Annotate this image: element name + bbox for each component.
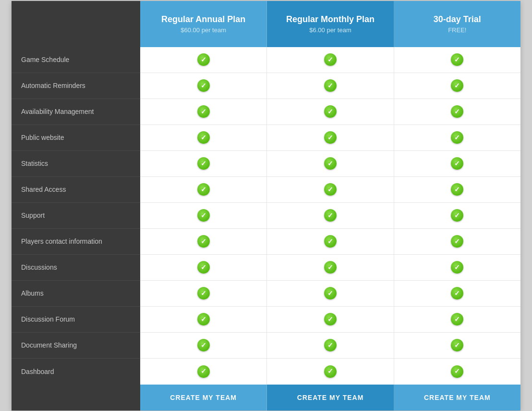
- data-cell-1-0: [140, 73, 267, 99]
- data-cell-10-0: [140, 307, 267, 332]
- feature-label-1: Automatic Reminders: [21, 82, 85, 89]
- feature-label-12: Dashboard: [21, 368, 54, 375]
- features-column: Game ScheduleAutomatic RemindersAvailabi…: [12, 1, 140, 411]
- data-cell-10-1: [267, 307, 394, 332]
- check-icon-0-2: [451, 53, 463, 66]
- feature-row-2: Availability Management: [12, 99, 140, 125]
- data-cell-5-0: [140, 177, 267, 202]
- data-row-6: [140, 203, 520, 229]
- plan-price-2: FREE!: [448, 26, 466, 34]
- data-rows: [140, 47, 520, 385]
- cta-button-1[interactable]: CREATE MY TEAM: [297, 394, 364, 401]
- data-cell-9-1: [267, 281, 394, 306]
- feature-label-10: Discussion Forum: [21, 315, 75, 323]
- data-cell-9-0: [140, 281, 267, 306]
- plan-name-0: Regular Annual Plan: [161, 14, 245, 25]
- data-cell-1-2: [394, 73, 520, 99]
- check-icon-10-2: [451, 313, 463, 325]
- data-row-12: [140, 359, 520, 385]
- check-icon-11-1: [324, 339, 337, 351]
- data-cell-3-1: [267, 125, 394, 150]
- data-cell-7-2: [394, 229, 520, 254]
- feature-row-10: Discussion Forum: [12, 307, 140, 333]
- plans-header-row: Regular Annual Plan$60.00 per teamRegula…: [140, 1, 520, 47]
- feature-row-8: Discussions: [12, 255, 140, 281]
- check-icon-3-1: [324, 131, 337, 144]
- feature-label-7: Players contact information: [21, 237, 102, 245]
- data-cell-7-0: [140, 229, 267, 254]
- check-icon-4-1: [324, 157, 337, 170]
- data-cell-4-1: [267, 151, 394, 176]
- feature-row-0: Game Schedule: [12, 47, 140, 73]
- data-row-3: [140, 125, 520, 151]
- check-icon-12-0: [197, 365, 210, 378]
- data-cell-11-2: [394, 333, 520, 358]
- data-cell-1-1: [267, 73, 394, 99]
- data-cell-4-0: [140, 151, 267, 176]
- feature-label-0: Game Schedule: [21, 56, 69, 63]
- pricing-table: Game ScheduleAutomatic RemindersAvailabi…: [12, 1, 520, 411]
- footer-cell-2: CREATE MY TEAM: [394, 385, 520, 411]
- footer-cell-1: CREATE MY TEAM: [267, 385, 394, 411]
- plan-name-2: 30-day Trial: [434, 14, 481, 25]
- data-cell-9-2: [394, 281, 520, 306]
- check-icon-10-0: [197, 313, 210, 325]
- data-cell-3-2: [394, 125, 520, 150]
- feature-row-11: Document Sharing: [12, 333, 140, 359]
- check-icon-4-2: [451, 157, 463, 170]
- data-cell-8-2: [394, 255, 520, 280]
- data-cell-6-1: [267, 203, 394, 228]
- check-icon-11-0: [197, 339, 210, 351]
- footer-row: CREATE MY TEAMCREATE MY TEAMCREATE MY TE…: [140, 385, 520, 411]
- data-row-2: [140, 99, 520, 125]
- data-cell-2-1: [267, 99, 394, 125]
- feature-label-2: Availability Management: [21, 108, 94, 115]
- feature-label-4: Statistics: [21, 160, 48, 167]
- feature-label-6: Support: [21, 212, 45, 219]
- plan-header-2: 30-day TrialFREE!: [394, 1, 520, 47]
- plan-name-1: Regular Monthly Plan: [286, 14, 375, 25]
- check-icon-5-1: [324, 183, 337, 196]
- feature-row-6: Support: [12, 203, 140, 229]
- data-cell-7-1: [267, 229, 394, 254]
- feature-row-9: Albums: [12, 281, 140, 307]
- check-icon-2-0: [197, 105, 210, 118]
- data-row-10: [140, 307, 520, 333]
- data-cell-8-0: [140, 255, 267, 280]
- check-icon-5-2: [451, 183, 463, 196]
- check-icon-6-0: [197, 209, 210, 222]
- feature-row-7: Players contact information: [12, 229, 140, 255]
- feature-label-9: Albums: [21, 289, 44, 297]
- check-icon-7-2: [451, 235, 463, 248]
- check-icon-0-0: [197, 53, 210, 66]
- check-icon-11-2: [451, 339, 463, 351]
- data-cell-12-0: [140, 359, 267, 385]
- check-icon-1-1: [324, 79, 337, 92]
- data-cell-0-1: [267, 47, 394, 73]
- feature-label-3: Public website: [21, 134, 64, 141]
- check-icon-7-1: [324, 235, 337, 248]
- data-cell-12-2: [394, 359, 520, 385]
- data-cell-4-2: [394, 151, 520, 176]
- footer-cell-0: CREATE MY TEAM: [140, 385, 267, 411]
- check-icon-1-2: [451, 79, 463, 92]
- data-cell-11-0: [140, 333, 267, 358]
- data-cell-6-2: [394, 203, 520, 228]
- check-icon-6-1: [324, 209, 337, 222]
- check-icon-1-0: [197, 79, 210, 92]
- check-icon-10-1: [324, 313, 337, 325]
- data-row-0: [140, 47, 520, 73]
- feature-row-12: Dashboard: [12, 359, 140, 385]
- data-cell-3-0: [140, 125, 267, 150]
- check-icon-4-0: [197, 157, 210, 170]
- data-cell-0-2: [394, 47, 520, 73]
- cta-button-0[interactable]: CREATE MY TEAM: [170, 394, 237, 401]
- cta-button-2[interactable]: CREATE MY TEAM: [424, 394, 491, 401]
- check-icon-9-0: [197, 287, 210, 299]
- feature-label-11: Document Sharing: [21, 341, 77, 349]
- check-icon-12-1: [324, 365, 337, 378]
- check-icon-3-2: [451, 131, 463, 144]
- data-row-1: [140, 73, 520, 99]
- plan-price-0: $60.00 per team: [181, 26, 226, 34]
- plans-area: Regular Annual Plan$60.00 per teamRegula…: [140, 1, 520, 411]
